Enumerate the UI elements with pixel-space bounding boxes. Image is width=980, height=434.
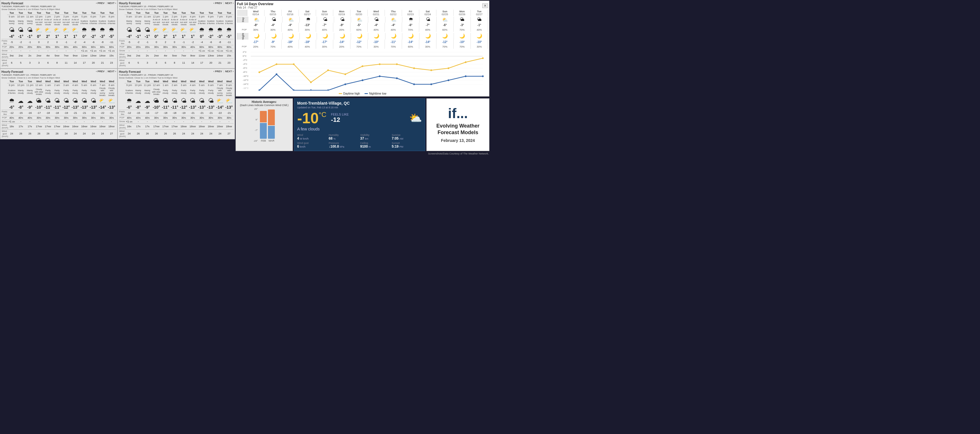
overview-days-header: Wed02/14Thu02/15Fri02/16Sat02/17Sun02/18… [247,10,488,16]
current-panel: Mont-Tremblant-Village, QC Updated on Tu… [294,98,425,151]
panel2-nav: ‹ PREV | NEXT › [213,2,234,5]
svg-point-47 [482,75,484,77]
svg-point-24 [327,69,329,71]
svg-text:0°C: 0°C [243,55,247,57]
panel2-time-row: 9 am10 am11 am12 pm1 pm2 pm3 pm4 pm5 pm6… [119,15,234,19]
svg-point-39 [344,83,346,85]
svg-text:-14°C: -14°C [243,83,249,85]
svg-point-46 [465,75,466,77]
panel1-header: Hourly Forecast TUESDAY, FEBRUARY 13 - F… [2,2,116,11]
chart-legend: Daytime high Nighttime low [238,92,487,95]
pop-label-night: POP [237,44,247,49]
wind-value: 4 [297,136,299,140]
svg-point-38 [327,89,329,91]
mar-label: MAR [269,139,274,142]
temp-chart-svg: 2°C 0°C -2°C -4°C -6°C -8°C -10°C -12°C … [238,51,487,91]
legend-nighttime: Nighttime low [364,92,386,95]
svg-point-25 [344,73,346,75]
y-label-neg23: -23° [254,140,258,142]
panel3-icon-row: 🌨☁☁🌥🌤🌤🌤🌤🌤🌤⛅⛅ [2,97,116,105]
legend-daytime-dot [339,93,342,94]
panel4-table: TueTueTueWedWedWedWedWedWedWedWedWed 9 p… [119,80,234,138]
panel1-prev-btn[interactable]: ‹ PREV [96,2,105,5]
panel3-wind-row: Wind (km/h) 16N17N17N17NW17NW17NW16NW16N… [2,123,116,129]
overview-night-temp-section: -17°-9°-18°-18°-17°-14°-12°-10°-11°-14°-… [237,40,488,44]
pressure-value: ↓100.8 [329,144,339,148]
historic-subtitle: (Dash Lines Indicate Common Wind Chill.) [240,104,288,107]
panel4-icon-row: 🌨☁☁🌥🌤🌤🌤🌤🌤🌤⛅⛅ [119,97,234,105]
day-section-label: Day [237,17,248,22]
ceiling-unit: m [369,145,371,148]
panel1-time-row: 9 am10 am11 am12 pm1 pm2 pm3 pm4 pm5 pm6… [2,15,116,19]
overview-title: Full 14 Days Overview [237,2,274,6]
right-section: Full 14 Days Overview Feb 14 - Feb 27 ✕ … [235,0,490,156]
svg-point-21 [276,63,277,65]
historic-title: Historic Averages: (Dash Lines Indicate … [237,101,291,107]
bottom-hourly-row: Hourly Forecast TUESDAY, FEBRUARY 13 - F… [0,69,235,139]
pop-label-day: POP [237,27,247,32]
panel2-temp-row: -4°-1°-1°0°2°1°1°1°0°-2°-3°-5° [119,34,234,39]
pressure-detail: Pressure ↓100.8 kPa [329,142,359,148]
svg-text:-6°C: -6°C [243,67,247,69]
legend-nighttime-label: Nighttime low [369,92,386,95]
humidity-label: Humidity [329,134,359,136]
current-temp-value: -10 [297,111,319,126]
panel1-temp-row: -4°-1°-1°0°2°1°1°1°0°-2°-3°-5° [2,34,116,39]
attribution: Screenshots/Data Courtesy of The Weather… [235,152,490,156]
wind-detail: Wind 4 W km/h [297,134,328,140]
svg-point-29 [413,67,415,69]
panel3-days-header: TueTueTueWedWedWedWedWedWedWedWedWed [2,80,116,83]
panel4-snow-row: Snow <1 cm----------- [119,120,234,123]
panel4-header: Hourly Forecast TUESDAY, FEBRUARY 13 - F… [119,70,234,79]
sunset-label: Sunset [392,142,422,144]
current-location: Mont-Tremblant-Village, QC [297,101,422,105]
svg-text:-2°C: -2°C [243,59,247,61]
feels-like-label: FEELS LIKE [331,113,349,116]
humidity-unit: % [333,137,336,140]
panel3-temp-row: -6°-8°-9°-10°-11°-11°-12°-13°-13°-13°-14… [2,105,116,110]
panel2-prev-btn[interactable]: ‹ PREV [213,2,222,5]
legend-daytime-label: Daytime high [343,92,360,95]
overview-header: Full 14 Days Overview Feb 14 - Feb 27 ✕ [237,2,488,9]
panel1-title-block: Hourly Forecast TUESDAY, FEBRUARY 13 - F… [2,2,60,11]
svg-point-20 [258,71,260,73]
historic-y-labels: 25° 9° -7° -23° [254,108,258,142]
panel2-gust-row: Wind gust (km/h) 653368111417202123 [119,59,234,67]
panel1-next-btn[interactable]: NEXT › [107,2,116,5]
overview-night-pop-section: POP 20%70%40%40%30%20%70%30%70%60%30%70%… [237,44,488,49]
historic-chart: 25° 9° -7° -23° FEB [237,108,291,142]
panel3-prev-btn[interactable]: ‹ PREV [96,70,105,73]
feels-like-block: FEELS LIKE -12 [331,113,349,124]
svg-point-22 [293,63,294,65]
overview-close-btn[interactable]: ✕ [482,3,488,8]
bottom-right-area: Historic Averages: (Dash Lines Indicate … [235,98,490,152]
svg-point-37 [310,89,312,91]
overview-day-temp-section: -8°-4°-4°-13°-7°-9°-5°-4°-4°-6°-7°-6°-3°… [237,22,488,27]
svg-point-44 [430,83,432,85]
overview-night-icons: 🌙🌙🌙🌙🌙🌙🌙🌙🌙🌙🌙🌙🌙🌙 [248,33,488,40]
svg-point-28 [396,63,398,65]
y-label-neg7: -7° [254,129,258,132]
y-label-25: 25° [254,108,258,110]
panel2-snow-row: Snow --------<1 cm<1 cm<1 cm<1 cm [119,49,234,53]
mar-low-bar [268,126,275,139]
visibility-unit: km [365,137,368,140]
panel2-next-btn[interactable]: NEXT › [225,2,234,5]
main-container: Hourly Forecast TUESDAY, FEBRUARY 13 - F… [0,0,490,156]
historic-title-text: Historic Averages: [251,101,277,104]
panel1-pop-row: POP 20%20%20%30%30%30%30%40%60%60%60%60% [2,45,116,49]
panel2-title: Hourly Forecast [119,2,177,5]
svg-point-45 [448,80,449,81]
panel4-next-btn[interactable]: NEXT › [225,70,234,73]
panel4-nav: ‹ PREV | NEXT › [213,70,234,73]
sunrise-label: Sunrise [392,134,422,136]
panel3-next-btn[interactable]: NEXT › [107,70,116,73]
panel3-snow-outlook: Snow Outlook: Close to 1 cm 9:00am Tue t… [2,77,60,79]
pressure-label: Pressure [329,142,359,144]
svg-text:-4°C: -4°C [243,63,247,65]
pressure-value-row: ↓100.8 kPa [329,144,359,148]
svg-point-35 [276,73,277,75]
panel4-prev-btn[interactable]: ‹ PREV [213,70,222,73]
hourly-panel-1: Hourly Forecast TUESDAY, FEBRUARY 13 - F… [0,0,118,69]
panel4-gust-row: Wind gust (km/h) 24262626262624242424242… [119,129,234,138]
